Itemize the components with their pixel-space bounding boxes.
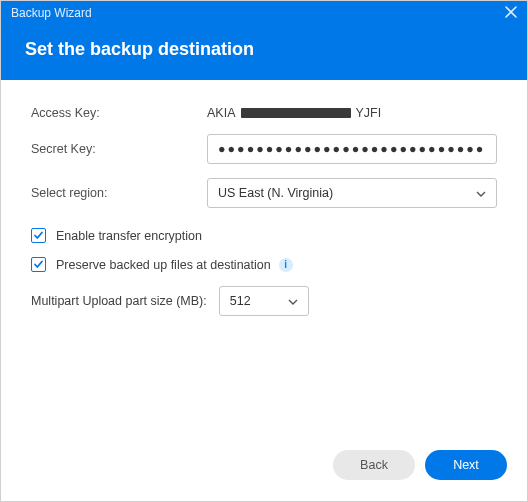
region-select[interactable]: US East (N. Virginia) bbox=[207, 178, 497, 208]
chevron-down-icon bbox=[288, 294, 298, 308]
access-key-row: Access Key: AKIA YJFI bbox=[31, 106, 497, 120]
title-bar: Backup Wizard bbox=[1, 1, 527, 25]
partsize-value: 512 bbox=[230, 294, 251, 308]
access-key-label: Access Key: bbox=[31, 106, 207, 120]
region-field-wrap: US East (N. Virginia) bbox=[207, 178, 497, 208]
chevron-down-icon bbox=[476, 186, 486, 200]
access-key-mask bbox=[241, 108, 351, 118]
form-body: Access Key: AKIA YJFI Secret Key: Select… bbox=[1, 80, 527, 445]
encrypt-option[interactable]: Enable transfer encryption bbox=[31, 228, 497, 243]
page-title: Set the backup destination bbox=[25, 39, 254, 59]
partsize-label: Multipart Upload part size (MB): bbox=[31, 294, 207, 308]
secret-key-input[interactable] bbox=[207, 134, 497, 164]
preserve-label: Preserve backed up files at destination bbox=[56, 258, 271, 272]
encrypt-checkbox[interactable] bbox=[31, 228, 46, 243]
footer: Back Next bbox=[1, 445, 527, 501]
access-key-input[interactable]: AKIA YJFI bbox=[207, 106, 497, 120]
access-key-suffix: YJFI bbox=[356, 106, 382, 120]
access-key-field-wrap: AKIA YJFI bbox=[207, 106, 497, 120]
secret-key-field-wrap bbox=[207, 134, 497, 164]
encrypt-label: Enable transfer encryption bbox=[56, 229, 202, 243]
options-group: Enable transfer encryption Preserve back… bbox=[31, 228, 497, 316]
preserve-checkbox[interactable] bbox=[31, 257, 46, 272]
partsize-select[interactable]: 512 bbox=[219, 286, 309, 316]
next-button[interactable]: Next bbox=[425, 450, 507, 480]
region-row: Select region: US East (N. Virginia) bbox=[31, 178, 497, 208]
secret-key-label: Secret Key: bbox=[31, 142, 207, 156]
wizard-window: Backup Wizard Set the backup destination… bbox=[0, 0, 528, 502]
region-label: Select region: bbox=[31, 186, 207, 200]
secret-key-row: Secret Key: bbox=[31, 134, 497, 164]
close-icon[interactable] bbox=[505, 5, 517, 21]
partsize-option: Multipart Upload part size (MB): 512 bbox=[31, 286, 497, 316]
window-title: Backup Wizard bbox=[11, 6, 92, 20]
back-button[interactable]: Back bbox=[333, 450, 415, 480]
info-icon[interactable]: i bbox=[279, 258, 293, 272]
preserve-option[interactable]: Preserve backed up files at destination … bbox=[31, 257, 497, 272]
region-value: US East (N. Virginia) bbox=[218, 186, 333, 200]
access-key-prefix: AKIA bbox=[207, 106, 236, 120]
wizard-header: Set the backup destination bbox=[1, 25, 527, 80]
